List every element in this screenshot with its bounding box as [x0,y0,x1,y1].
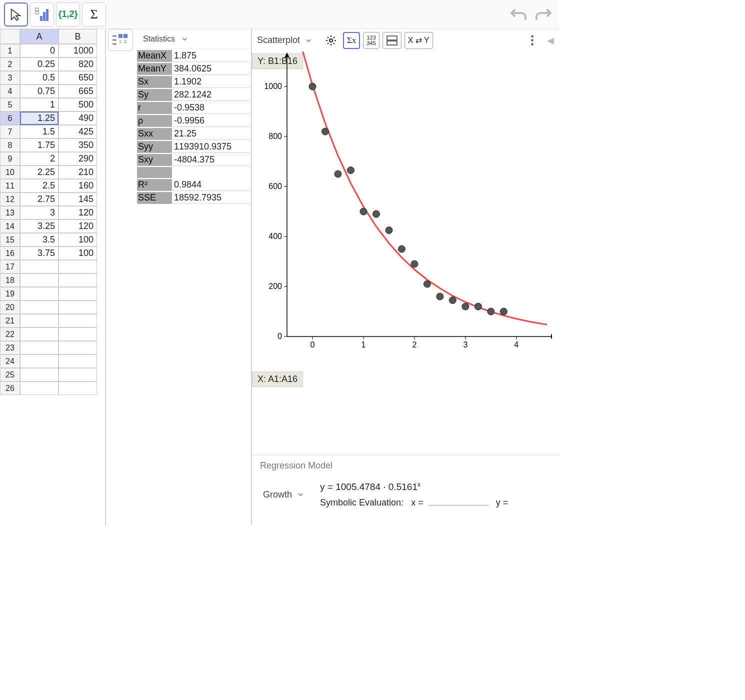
cell[interactable]: 500 [58,98,97,112]
row-number[interactable]: 25 [0,368,20,382]
layout-button[interactable] [382,32,402,49]
swap-xy-button[interactable]: X ⇄ Y [404,32,433,49]
tool-arrow[interactable] [4,2,28,26]
cell[interactable]: 3.5 [20,233,58,246]
cell[interactable] [20,300,58,314]
x-input-blank[interactable] [428,505,488,506]
cell[interactable] [20,287,58,300]
row-number[interactable]: 3 [0,71,20,84]
cell[interactable]: 210 [58,166,97,179]
cell[interactable] [20,341,58,354]
cell[interactable]: 2 [20,152,58,166]
cell[interactable] [20,260,58,274]
row-number[interactable]: 12 [0,192,20,206]
row-number[interactable]: 5 [0,98,20,112]
cell[interactable]: 1.5 [20,125,58,138]
cell[interactable] [58,287,97,300]
cell[interactable] [58,274,97,287]
cell[interactable] [58,341,97,354]
plot-type-dropdown[interactable]: Scatterplot [257,34,313,47]
row-number[interactable]: 23 [0,341,20,354]
cell[interactable] [58,382,97,395]
cell[interactable]: 0.75 [20,84,58,98]
cell[interactable]: 2.5 [20,179,58,192]
x-range-box[interactable]: X: A1:A16 [252,372,303,387]
cell[interactable]: 2.25 [20,166,58,179]
cell[interactable] [20,354,58,368]
header-style-icon[interactable]: 12 [108,29,133,51]
cell[interactable]: 0 [20,44,58,58]
row-number[interactable]: 18 [0,274,20,287]
cell[interactable] [20,274,58,287]
cell[interactable]: 120 [58,206,97,220]
numbers-button[interactable]: 123345 [363,32,379,49]
cell[interactable]: 145 [58,192,97,206]
cell[interactable]: 1.25 [20,112,58,125]
cell[interactable]: 490 [58,112,97,125]
column-header-a[interactable]: A [20,29,58,44]
cell[interactable]: 3 [20,206,58,220]
row-number[interactable]: 6 [0,112,20,125]
row-number[interactable]: 9 [0,152,20,166]
row-number[interactable]: 24 [0,354,20,368]
cell[interactable]: 820 [58,58,97,71]
cell[interactable]: 3.25 [20,220,58,233]
row-number[interactable]: 8 [0,138,20,152]
row-number[interactable]: 14 [0,220,20,233]
cell[interactable] [20,382,58,395]
row-number[interactable]: 1 [0,44,20,58]
row-number[interactable]: 10 [0,166,20,179]
collapse-arrow-icon[interactable]: ◀ [547,35,554,46]
sheet-corner[interactable] [0,29,20,44]
cell[interactable] [20,314,58,328]
tool-sigma[interactable]: Σ [82,2,106,26]
redo-button[interactable] [532,4,555,24]
row-number[interactable]: 20 [0,300,20,314]
cell[interactable]: 3.75 [20,246,58,260]
cell[interactable] [58,314,97,328]
cell[interactable] [58,354,97,368]
scatterplot[interactable]: 0123402004006008001000 [252,52,552,362]
row-number[interactable]: 22 [0,328,20,341]
cell[interactable]: 2.75 [20,192,58,206]
row-number[interactable]: 19 [0,287,20,300]
row-number[interactable]: 11 [0,179,20,192]
cell[interactable]: 0.25 [20,58,58,71]
cell[interactable]: 120 [58,220,97,233]
cell[interactable]: 100 [58,246,97,260]
cell[interactable] [20,328,58,341]
cell[interactable]: 1.75 [20,138,58,152]
cell[interactable]: 100 [58,233,97,246]
cell[interactable]: 665 [58,84,97,98]
row-number[interactable]: 26 [0,382,20,395]
cell[interactable]: 1 [20,98,58,112]
cell[interactable]: 0.5 [20,71,58,84]
cell[interactable] [58,368,97,382]
regression-model-dropdown[interactable]: Growth [263,488,305,501]
row-number[interactable]: 4 [0,84,20,98]
cell[interactable]: 650 [58,71,97,84]
row-number[interactable]: 21 [0,314,20,328]
cell[interactable] [58,260,97,274]
sigma-x-button[interactable]: Σx [343,32,360,49]
cell[interactable]: 1000 [58,44,97,58]
cell[interactable]: 290 [58,152,97,166]
cell[interactable]: 160 [58,179,97,192]
kebab-menu[interactable] [526,35,538,46]
stats-dropdown-icon[interactable] [180,32,189,46]
cell[interactable] [58,300,97,314]
cell[interactable]: 350 [58,138,97,152]
row-number[interactable]: 7 [0,125,20,138]
settings-icon[interactable] [322,32,340,49]
cell[interactable]: 425 [58,125,97,138]
row-number[interactable]: 16 [0,246,20,260]
undo-button[interactable] [507,4,530,24]
cell[interactable] [20,368,58,382]
row-number[interactable]: 13 [0,206,20,220]
tool-listbraces[interactable]: {1,2} [56,2,80,26]
row-number[interactable]: 2 [0,58,20,71]
column-header-b[interactable]: B [58,29,97,44]
row-number[interactable]: 15 [0,233,20,246]
tool-barchart[interactable] [30,2,54,26]
row-number[interactable]: 17 [0,260,20,274]
